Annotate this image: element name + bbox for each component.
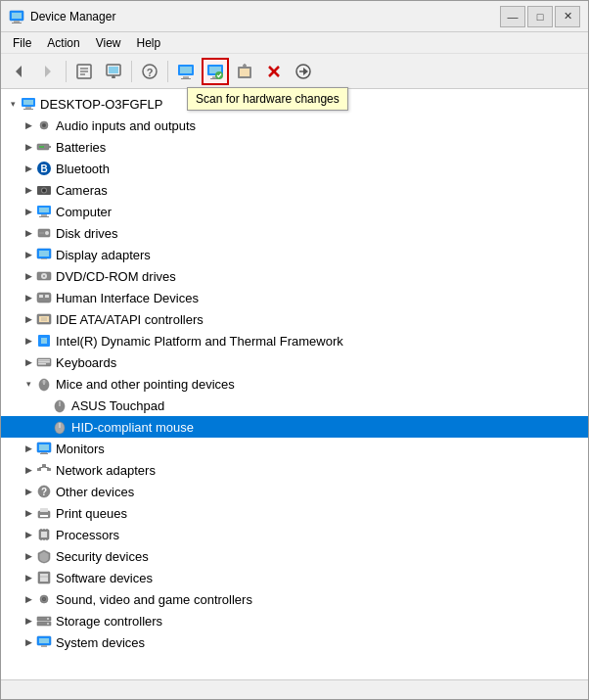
bluetooth-label: Bluetooth [56,162,110,176]
menu-view[interactable]: View [88,34,129,52]
svg-rect-56 [39,251,49,257]
svg-rect-114 [39,638,49,643]
keyboards-icon [36,354,52,370]
svg-marker-5 [45,66,51,77]
software-node[interactable]: ▶ Software devices [1,567,588,588]
close-button[interactable]: ✕ [555,6,580,27]
network-expand-icon: ▶ [21,462,36,478]
svg-rect-19 [181,78,191,79]
audio-label: Audio inputs and outputs [56,118,196,133]
disk-label: Disk drives [56,226,118,241]
forward-button[interactable] [34,58,62,85]
svg-rect-11 [109,67,118,73]
svg-rect-104 [40,574,48,582]
svg-line-88 [39,467,44,468]
device-tree[interactable]: ▾ DESKTOP-O3FGFLP ▶ [1,89,588,679]
batteries-icon [36,139,52,155]
svg-rect-72 [38,361,50,363]
bluetooth-icon: B [36,161,52,176]
computer-label: Computer [56,205,112,219]
sound-node[interactable]: ▶ Sound, video and game controllers [1,588,588,610]
hid-mouse-node[interactable]: HID-compliant mouse [1,416,588,438]
svg-marker-32 [303,68,308,75]
security-node[interactable]: ▶ Security devices [1,545,588,567]
processors-label: Processors [56,528,119,542]
svg-rect-17 [180,67,192,73]
hid-node[interactable]: ▶ Human Interface Devices [1,287,588,308]
print-node[interactable]: ▶ Print queues [1,502,588,524]
print-icon [36,505,52,521]
scan-button[interactable] [202,58,229,85]
svg-rect-86 [42,464,46,467]
ide-node[interactable]: ▶ IDE ATA/ATAPI controllers [1,308,588,330]
menu-action[interactable]: Action [39,34,87,52]
audio-node[interactable]: ▶ Audio inputs and outputs [1,115,588,136]
display-icon [36,247,52,262]
svg-rect-83 [41,452,47,453]
svg-text:B: B [40,163,47,174]
update-driver-button[interactable] [100,58,127,85]
processors-node[interactable]: ▶ Processors [1,524,588,545]
svg-rect-87 [47,468,51,471]
svg-rect-73 [38,363,46,365]
keyboards-node[interactable]: ▶ Keyboards [1,351,588,373]
title-bar-icon [9,9,24,24]
svg-text:?: ? [147,67,154,78]
intel-node[interactable]: ▶ Intel(R) Dynamic Platform and Thermal … [1,330,588,351]
dvd-node[interactable]: ▶ DVD/CD-ROM drives [1,265,588,287]
computer-expand-icon: ▶ [21,204,36,219]
software-label: Software devices [56,571,153,585]
menu-file[interactable]: File [5,34,39,52]
back-button[interactable] [5,58,32,85]
system-icon [36,634,52,650]
help-button[interactable]: ? [136,58,163,85]
display-node[interactable]: ▶ Display adapters [1,244,588,265]
properties-button[interactable] [70,58,98,85]
storage-node[interactable]: ▶ Storage controllers [1,610,588,631]
network-label: Network adapters [56,463,156,478]
update-button[interactable] [290,58,317,85]
bluetooth-node[interactable]: ▶ B Bluetooth [1,158,588,179]
touchpad-node[interactable]: ASUS Touchpad [1,395,588,416]
mice-node[interactable]: ▾ Mice and other pointing devices [1,373,588,395]
svg-point-39 [42,123,46,127]
svg-rect-2 [14,21,20,23]
cameras-node[interactable]: ▶ Cameras [1,179,588,201]
add-legacy-button[interactable] [231,58,258,85]
touchpad-expand-icon [36,397,52,413]
device-manager-window: Device Manager — □ ✕ File Action View He… [0,0,589,700]
svg-point-108 [43,598,45,600]
svg-rect-84 [40,453,48,454]
disk-expand-icon: ▶ [21,225,36,241]
monitors-node[interactable]: ▶ Monitors [1,438,588,459]
svg-rect-42 [39,146,44,148]
disk-node[interactable]: ▶ Disk drives [1,222,588,244]
system-node[interactable]: ▶ System devices [1,631,588,653]
audio-icon [36,117,52,133]
batteries-label: Batteries [56,140,106,155]
hid-mouse-expand-icon [36,419,52,435]
maximize-button[interactable]: □ [527,6,553,27]
other-icon: ? [36,484,52,499]
menu-help[interactable]: Help [129,34,169,52]
intel-label: Intel(R) Dynamic Platform and Thermal Fr… [56,334,343,349]
uninstall-button[interactable] [260,58,288,85]
batteries-node[interactable]: ▶ Batteries [1,136,588,158]
intel-expand-icon: ▶ [21,333,36,349]
other-expand-icon: ▶ [21,484,36,499]
svg-rect-94 [40,515,48,517]
disk-icon [36,225,52,241]
show-hidden-button[interactable] [172,58,200,85]
svg-rect-26 [240,69,249,76]
svg-rect-41 [49,146,51,148]
other-node[interactable]: ▶ ? Other devices [1,481,588,502]
computer-node[interactable]: ▶ Computer [1,201,588,222]
hid-mouse-label: HID-compliant mouse [71,420,194,435]
separator-1 [66,61,67,82]
minimize-button[interactable]: — [500,6,525,27]
svg-rect-61 [37,293,51,303]
menu-bar: File Action View Help [1,32,588,54]
network-icon [36,462,52,478]
svg-point-111 [47,618,49,620]
network-node[interactable]: ▶ Network adapters [1,459,588,481]
